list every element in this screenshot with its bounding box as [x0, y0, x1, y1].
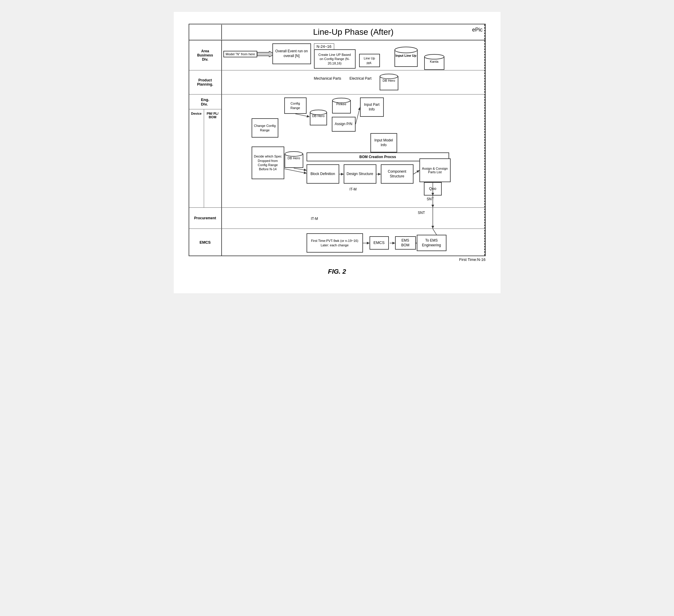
row-area-biz: Area Business Div. Model "N" from here O… — [189, 40, 485, 71]
first-time-box: First Time:PVT-9wk (or n-19~16) Later: e… — [307, 233, 363, 252]
mech-parts-label: Mechanical Parts — [314, 76, 341, 81]
row-product-planning: Product Planning. Mechanical Parts Elect… — [189, 71, 485, 95]
epic-label: ePic — [472, 27, 482, 33]
eng-div-sublabels: Device PM/ PL/ BOM — [189, 109, 221, 207]
row-procurement: Procurement IT-M SNT — [189, 208, 485, 229]
svg-line-19 — [414, 170, 420, 174]
snt-label: SNT — [427, 197, 434, 201]
emcs-box: EMCS — [369, 236, 389, 249]
elec-part-label: Electrical Part — [350, 76, 372, 81]
config-range-box: Config Range — [284, 97, 307, 114]
label-line2: Business — [197, 53, 213, 57]
itm-proc-label: IT-M — [311, 217, 318, 221]
device-label: Device — [189, 109, 204, 207]
label-line1: Area — [197, 49, 213, 53]
svg-line-15 — [295, 114, 310, 117]
row-pp-content: Mechanical Parts Electrical Part DB Hero — [222, 71, 485, 94]
eng-div-outer: Eng. Div. Device PM/ PL/ BOM — [189, 95, 222, 207]
input-lineup-container: Input Line Up — [394, 46, 418, 67]
row-emcs-content: First Time:PVT-9wk (or n-19~16) Later: e… — [222, 229, 485, 255]
decide-spec-box: Decide which Spec Dropped from Config Ra… — [252, 146, 284, 179]
row-eng-div: Eng. Div. Device PM/ PL/ BOM Config Rang… — [189, 95, 485, 208]
diagram: Line-Up Phase (After) ePic Area Business… — [189, 24, 486, 256]
row-emcs: EMCS First Time:PVT-9wk (or n-19~16) Lat… — [189, 229, 485, 255]
svg-point-7 — [380, 74, 398, 79]
kanta-container: Kanta — [424, 54, 445, 70]
component-struct-box: Component Structure — [381, 164, 414, 184]
db-hero-bom-container: DB Hero — [284, 151, 304, 168]
assign-pn-box: Assign P/N — [332, 117, 356, 132]
page-container: Line-Up Phase (After) ePic Area Business… — [174, 12, 500, 293]
ems-bom-box: EMS BOM — [395, 236, 416, 249]
create-lineup-box: Create Line UP Based on Config Range (N-… — [314, 49, 356, 69]
db-hero-pp-container: DB Hero — [379, 73, 399, 91]
db-hero-pp-text: DB Hero — [379, 79, 399, 82]
label-product-planning: Product Planning. — [189, 71, 222, 94]
overall-event-box: Overall Event run on overall [N] — [272, 43, 311, 64]
qoo-box: Qoo — [424, 182, 442, 196]
pinkee-text: Pinkee — [332, 102, 351, 106]
label-area-biz: Area Business Div. — [189, 40, 222, 70]
svg-line-22 — [294, 168, 307, 170]
svg-point-13 — [285, 151, 303, 156]
label-procurement: Procurement — [189, 208, 222, 228]
n24-container: N-24~16 — [314, 43, 334, 49]
block-def-box: Block Definition — [307, 164, 339, 184]
svg-line-16 — [356, 107, 360, 124]
first-time-note: First Time:N-16 — [189, 257, 486, 262]
itm-label: IT-M — [350, 187, 357, 191]
label-line3: Div. — [197, 57, 213, 62]
label-emcs: EMCS — [189, 229, 222, 255]
header-row: Line-Up Phase (After) ePic — [189, 24, 485, 40]
to-ems-eng-box: To EMS Engineering — [417, 235, 446, 251]
input-lineup-text: Input Line Up — [394, 54, 418, 57]
proc-arrows — [222, 208, 485, 228]
kanta-text: Kanta — [424, 60, 445, 63]
eng-div-label: Eng. Div. — [189, 95, 221, 109]
assign-consign-box: Assign & Consign Parts List — [420, 159, 451, 182]
svg-point-3 — [395, 47, 417, 53]
lineup-ppt-box: Line Up ppt. — [359, 54, 380, 67]
input-model-info-box: Input Model Info — [370, 133, 397, 152]
row-eng-content: Config Range DB Hero Pinkee — [222, 95, 485, 207]
model-n-container: Model "N" from here — [223, 51, 275, 57]
n24-label: N-24~16 — [314, 43, 334, 49]
snt-proc-label: SNT — [418, 211, 425, 215]
svg-point-5 — [425, 55, 444, 59]
diagram-title: Line-Up Phase (After) — [222, 24, 485, 40]
model-n-box: Model "N" from here — [223, 51, 257, 57]
db-hero-eng-top-container: DB Hero — [310, 109, 327, 126]
design-struct-box: Design Structure — [344, 164, 376, 184]
pm-pl-bom-label: PM/ PL/ BOM — [204, 109, 221, 207]
pinkee-container: Pinkee — [332, 97, 351, 114]
svg-line-21 — [284, 169, 307, 173]
input-part-info-box: Input Part Info — [360, 97, 384, 117]
change-config-box: Change Config Range — [252, 118, 278, 137]
db-hero-eng-top-text: DB Hero — [310, 114, 327, 118]
row-proc-content: IT-M SNT — [222, 208, 485, 228]
figure-caption: FIG. 2 — [189, 268, 486, 276]
db-hero-bom-text: DB Hero — [284, 156, 304, 160]
row-area-biz-content: Model "N" from here Overall Event run on… — [222, 40, 485, 70]
